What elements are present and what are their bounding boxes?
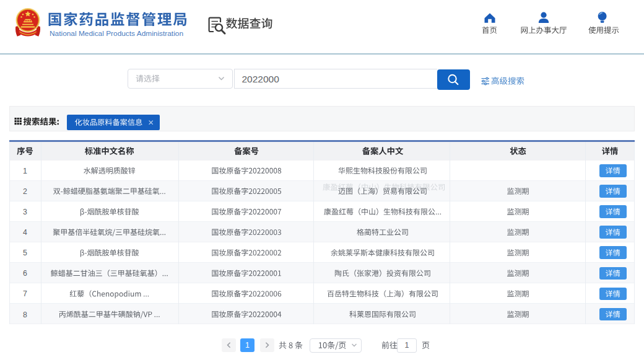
svg-text:National Medical Products Admi: National Medical Products Administration [50, 30, 183, 37]
svg-text:2: 2 [23, 187, 27, 196]
svg-text:7: 7 [23, 289, 27, 298]
svg-text:8: 8 [23, 311, 27, 319]
svg-text:4: 4 [23, 228, 27, 237]
svg-text:3: 3 [23, 208, 27, 216]
svg-text:1: 1 [23, 167, 27, 175]
svg-text:5: 5 [23, 249, 27, 257]
svg-text:6: 6 [23, 269, 27, 278]
svg-text:2022000: 2022000 [242, 74, 280, 84]
svg-text:1: 1 [245, 341, 250, 350]
svg-text:1: 1 [405, 341, 409, 350]
